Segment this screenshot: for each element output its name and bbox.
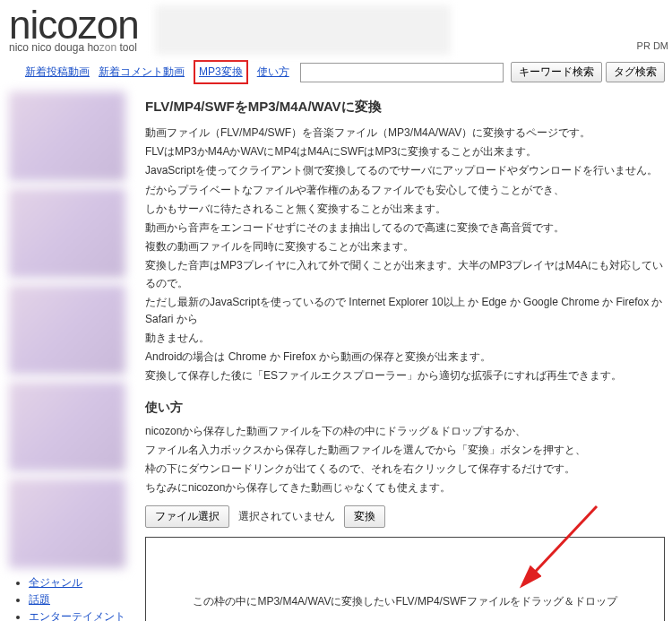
desc-line: Androidの場合は Chrome か Firefox から動画の保存と変換が… — [145, 349, 665, 366]
search-input[interactable] — [300, 63, 504, 82]
desc-line: ただし最新のJavaScriptを使っているので Internet Explor… — [145, 294, 665, 328]
desc-line: JavaScriptを使ってクライアント側で変換してるのでサーバにアップロードや… — [145, 162, 665, 179]
pr-label: PR DM — [637, 40, 668, 51]
sidebar-category-list: 全ジャンル 話題 エンターテイメント ラジオ 音楽・サウンド — [9, 575, 134, 621]
ad-banner[interactable] — [155, 5, 451, 55]
desc-line: 動画ファイル（FLV/MP4/SWF）を音楽ファイル（MP3/M4A/WAV）に… — [145, 125, 665, 142]
list-item: 話題 — [29, 592, 134, 608]
sidebar-thumb[interactable] — [9, 188, 125, 278]
howto-line: ちなみにnicozonから保存してきた動画じゃなくても使えます。 — [145, 479, 665, 496]
nav-bar: 新着投稿動画 新着コメント動画 MP3変換 使い方 キーワード検索 タグ検索 — [0, 55, 672, 91]
desc-line: 変換して保存した後に「ESファイルエクスプローラー」から適切な拡張子にすれば再生… — [145, 367, 665, 384]
dropzone[interactable]: この枠の中にMP3/M4A/WAVに変換したいFLV/MP4/SWFファイルをド… — [145, 537, 665, 621]
nav-link-new-posts[interactable]: 新着投稿動画 — [25, 65, 90, 80]
logo-sub-text: nico nico douga hozon tool — [9, 41, 139, 54]
sidebar-link-all-genre[interactable]: 全ジャンル — [29, 576, 82, 589]
tag-search-button[interactable]: タグ検索 — [606, 62, 665, 82]
howto-title: 使い方 — [145, 400, 665, 416]
nav-link-mp3-convert[interactable]: MP3変換 — [194, 60, 248, 84]
list-item: エンターテイメント — [29, 609, 134, 621]
search-box — [300, 63, 504, 82]
file-status-text: 選択されていません — [238, 509, 335, 524]
howto-line: 枠の下にダウンロードリンクが出てくるので、それを右クリックして保存するだけです。 — [145, 461, 665, 478]
desc-line: 動画から音声をエンコードせずにそのまま抽出してるので高速に変換でき高音質です。 — [145, 220, 665, 237]
convert-button[interactable]: 変換 — [344, 505, 385, 528]
sidebar-thumb[interactable] — [9, 382, 125, 471]
body: 全ジャンル 話題 エンターテイメント ラジオ 音楽・サウンド FLV/MP4/S… — [0, 91, 672, 621]
howto-line: ファイル名入力ボックスから保存した動画ファイルを選んでから「変換」ボタンを押すと… — [145, 442, 665, 459]
page-title: FLV/MP4/SWFをMP3/M4A/WAVに変換 — [145, 99, 665, 116]
sidebar-thumb[interactable] — [9, 91, 125, 181]
sidebar-link-entertainment[interactable]: エンターテイメント — [29, 610, 125, 621]
howto-line: nicozonから保存した動画ファイルを下の枠の中にドラッグ＆ドロップするか、 — [145, 423, 665, 440]
desc-line: だからプライベートなファイルや著作権のあるファイルでも安心して使うことができ、 — [145, 182, 665, 199]
desc-line: しかもサーバに待たされること無く変換することが出来ます。 — [145, 201, 665, 218]
sidebar-thumb[interactable] — [9, 479, 125, 568]
header: nicozon nico nico douga hozon tool PR DM — [0, 0, 672, 55]
file-controls: ファイル選択 選択されていません 変換 — [145, 505, 665, 528]
list-item: 全ジャンル — [29, 575, 134, 591]
nav-links: 新着投稿動画 新着コメント動画 MP3変換 使い方 — [25, 60, 289, 84]
desc-line: 複数の動画ファイルを同時に変換することが出来ます。 — [145, 238, 665, 255]
logo[interactable]: nicozon nico nico douga hozon tool — [9, 5, 139, 54]
dropzone-text: この枠の中にMP3/M4A/WAVに変換したいFLV/MP4/SWFファイルをド… — [193, 594, 616, 609]
file-select-button[interactable]: ファイル選択 — [145, 505, 229, 528]
nav-link-new-comments[interactable]: 新着コメント動画 — [99, 65, 185, 80]
main-content: FLV/MP4/SWFをMP3/M4A/WAVに変換 動画ファイル（FLV/MP… — [134, 91, 672, 621]
desc-line: 動きません。 — [145, 330, 665, 347]
sidebar-link-topic[interactable]: 話題 — [29, 593, 50, 606]
search-buttons: キーワード検索 タグ検索 — [511, 62, 665, 82]
sidebar-thumb[interactable] — [9, 285, 125, 375]
desc-line: FLVはMP3かM4AかWAVにMP4はM4AにSWFはMP3に変換することが出… — [145, 143, 665, 160]
nav-link-howto[interactable]: 使い方 — [257, 65, 289, 80]
sidebar: 全ジャンル 話題 エンターテイメント ラジオ 音楽・サウンド — [0, 91, 134, 621]
keyword-search-button[interactable]: キーワード検索 — [511, 62, 602, 82]
logo-main-text: nicozon — [9, 5, 139, 45]
desc-line: 変換した音声はMP3プレイヤに入れて外で聞くことが出来ます。大半のMP3プレイヤ… — [145, 257, 665, 291]
